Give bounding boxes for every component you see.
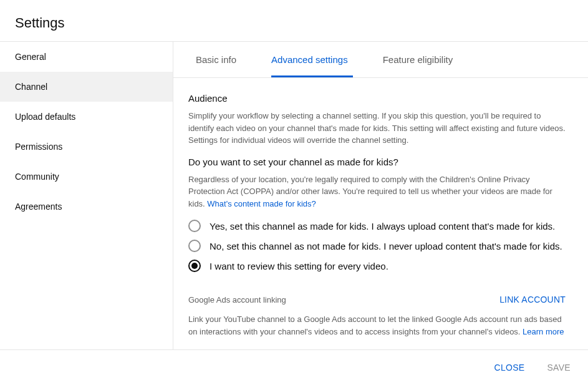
tabs-bar: Basic info Advanced settings Feature eli…	[173, 42, 588, 78]
sidebar-item-general[interactable]: General	[0, 42, 173, 72]
radio-label: Yes, set this channel as made for kids. …	[210, 221, 555, 231]
content-wrapper: General Channel Upload defaults Permissi…	[0, 41, 588, 349]
dialog-footer: CLOSE SAVE	[0, 349, 588, 385]
audience-question: Do you want to set your channel as made …	[188, 157, 566, 167]
main-panel: Basic info Advanced settings Feature eli…	[173, 42, 588, 349]
ads-learn-more-link[interactable]: Learn more	[523, 327, 564, 336]
tab-basic-info[interactable]: Basic info	[188, 42, 256, 77]
sidebar-item-channel[interactable]: Channel	[0, 72, 173, 102]
audience-section-title: Audience	[188, 93, 566, 104]
advanced-settings-panel: Audience Simplify your workflow by selec…	[173, 78, 588, 349]
audience-radio-group: Yes, set this channel as made for kids. …	[188, 220, 566, 272]
radio-label: No, set this channel as not made for kid…	[210, 241, 562, 251]
sidebar-item-permissions[interactable]: Permissions	[0, 132, 173, 162]
page-title: Settings	[15, 15, 573, 31]
ads-desc-text: Link your YouTube channel to a Google Ad…	[188, 314, 562, 336]
radio-label: I want to review this setting for every …	[210, 261, 388, 271]
settings-sidebar: General Channel Upload defaults Permissi…	[0, 42, 173, 349]
radio-option-yes-kids[interactable]: Yes, set this channel as made for kids. …	[188, 220, 566, 232]
radio-icon	[188, 240, 201, 252]
save-button[interactable]: SAVE	[544, 358, 573, 378]
radio-icon-selected	[188, 260, 201, 272]
sidebar-item-community[interactable]: Community	[0, 162, 173, 192]
ads-linking-title: Google Ads account linking	[188, 295, 286, 305]
radio-option-review-each[interactable]: I want to review this setting for every …	[188, 260, 566, 272]
link-account-button[interactable]: LINK ACCOUNT	[499, 295, 566, 305]
settings-header: Settings	[0, 0, 588, 41]
audience-legal-desc: Regardless of your location, you're lega…	[188, 173, 566, 210]
audience-section-desc: Simplify your workflow by selecting a ch…	[188, 110, 566, 147]
close-button[interactable]: CLOSE	[492, 358, 528, 378]
tab-feature-eligibility[interactable]: Feature eligibility	[383, 42, 473, 77]
whats-content-link[interactable]: What's content made for kids?	[207, 199, 316, 208]
tab-advanced-settings[interactable]: Advanced settings	[271, 42, 368, 77]
radio-icon	[188, 220, 201, 232]
ads-linking-header: Google Ads account linking LINK ACCOUNT	[188, 295, 566, 305]
sidebar-item-upload-defaults[interactable]: Upload defaults	[0, 102, 173, 132]
ads-linking-desc: Link your YouTube channel to a Google Ad…	[188, 313, 566, 338]
sidebar-item-agreements[interactable]: Agreements	[0, 192, 173, 222]
radio-option-not-kids[interactable]: No, set this channel as not made for kid…	[188, 240, 566, 252]
